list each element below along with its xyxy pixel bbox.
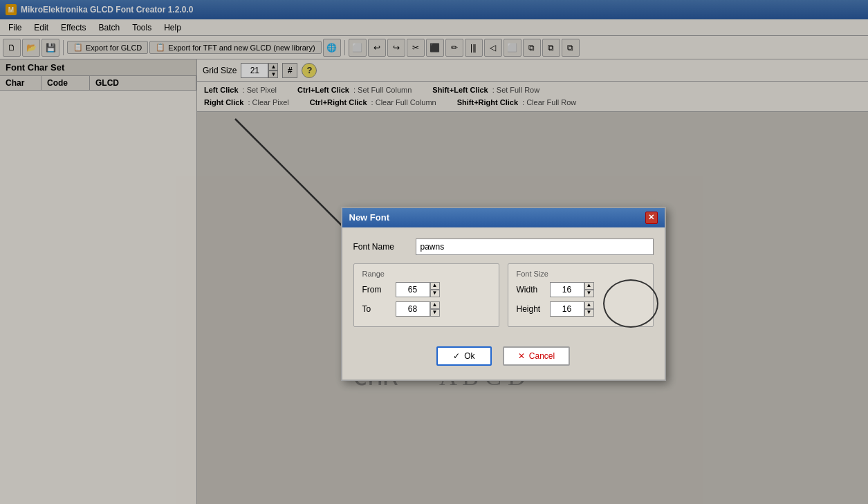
- dialog-footer: ✓ Ok ✕ Cancel: [353, 341, 654, 368]
- height-input[interactable]: [550, 301, 584, 317]
- dialog-titlebar: New Font ✕: [342, 208, 665, 227]
- dialog-body: Font Name Range From ▲ ▼: [342, 227, 665, 380]
- font-name-input[interactable]: [416, 239, 654, 255]
- modal-overlay: New Font ✕ Font Name Range From: [0, 0, 868, 504]
- height-label: Height: [517, 304, 544, 314]
- ok-checkmark-icon: ✓: [453, 351, 460, 361]
- width-label: Width: [517, 285, 544, 295]
- range-from-down[interactable]: ▼: [430, 290, 440, 297]
- new-font-dialog: New Font ✕ Font Name Range From: [341, 207, 666, 381]
- range-to-down[interactable]: ▼: [430, 309, 440, 317]
- cancel-button[interactable]: ✕ Cancel: [503, 346, 570, 366]
- two-sections: Range From ▲ ▼ To: [353, 263, 654, 334]
- range-to-spinner: ▲ ▼: [396, 301, 440, 317]
- font-name-row: Font Name: [353, 239, 654, 255]
- range-to-label: To: [362, 304, 390, 314]
- width-row: Width ▲ ▼: [517, 282, 645, 297]
- range-to-row: To ▲ ▼: [362, 301, 490, 317]
- height-down[interactable]: ▼: [584, 309, 594, 317]
- ok-button[interactable]: ✓ Ok: [436, 346, 492, 366]
- range-section: Range From ▲ ▼ To: [353, 263, 499, 327]
- range-title: Range: [362, 270, 490, 278]
- width-spinner: ▲ ▼: [550, 282, 594, 297]
- width-input[interactable]: [550, 282, 584, 297]
- range-from-up[interactable]: ▲: [430, 282, 440, 290]
- font-size-section: Font Size Width ▲ ▼ Height: [508, 263, 654, 327]
- font-name-label: Font Name: [353, 242, 409, 252]
- height-up[interactable]: ▲: [584, 301, 594, 309]
- dialog-title: New Font: [349, 212, 390, 223]
- range-to-up[interactable]: ▲: [430, 301, 440, 309]
- width-up[interactable]: ▲: [584, 282, 594, 290]
- width-down[interactable]: ▼: [584, 290, 594, 297]
- font-size-title: Font Size: [517, 270, 645, 278]
- height-spinner: ▲ ▼: [550, 301, 594, 317]
- dialog-close-btn[interactable]: ✕: [645, 212, 658, 224]
- range-from-label: From: [362, 285, 390, 295]
- range-to-input[interactable]: [396, 301, 430, 317]
- height-row: Height ▲ ▼: [517, 301, 645, 317]
- range-from-spinner: ▲ ▼: [396, 282, 440, 297]
- cancel-x-icon: ✕: [518, 351, 525, 361]
- range-from-input[interactable]: [396, 282, 430, 297]
- range-from-row: From ▲ ▼: [362, 282, 490, 297]
